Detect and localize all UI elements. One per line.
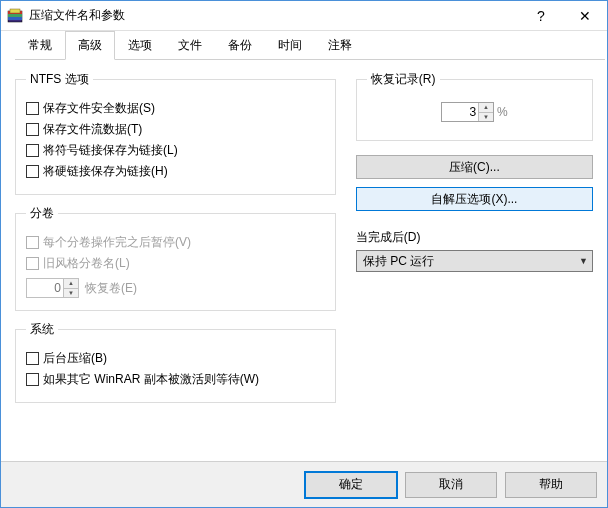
spinner-buttons[interactable]: ▲ ▼ <box>478 103 493 121</box>
volume-oldname-row: 旧风格分卷名(L) <box>26 253 325 274</box>
chevron-down-icon: ▼ <box>579 256 588 266</box>
ntfs-hardlink-label: 将硬链接保存为链接(H) <box>43 163 168 180</box>
app-icon <box>7 8 23 24</box>
recovery-volumes-label: 恢复卷(E) <box>85 280 137 297</box>
volume-oldname-label: 旧风格分卷名(L) <box>43 255 130 272</box>
dialog-footer: 确定 取消 帮助 <box>1 461 607 507</box>
spinner-up-icon: ▲ <box>64 279 78 289</box>
left-column: NTFS 选项 保存文件安全数据(S) 保存文件流数据(T) 将符号链接保存为链… <box>15 71 336 451</box>
system-group: 系统 后台压缩(B) 如果其它 WinRAR 副本被激活则等待(W) <box>15 321 336 403</box>
ntfs-security-row[interactable]: 保存文件安全数据(S) <box>26 98 325 119</box>
titlebar-buttons: ? ✕ <box>519 1 607 31</box>
ntfs-hardlink-row[interactable]: 将硬链接保存为链接(H) <box>26 161 325 182</box>
titlebar: 压缩文件名和参数 ? ✕ <box>1 1 607 31</box>
wait-other-winrar-row[interactable]: 如果其它 WinRAR 副本被激活则等待(W) <box>26 369 325 390</box>
help-button[interactable]: 帮助 <box>505 472 597 498</box>
ok-button[interactable]: 确定 <box>305 472 397 498</box>
content-area: NTFS 选项 保存文件安全数据(S) 保存文件流数据(T) 将符号链接保存为链… <box>1 61 607 461</box>
recovery-record-input[interactable] <box>442 103 478 121</box>
spinner-down-icon[interactable]: ▼ <box>479 113 493 122</box>
close-button[interactable]: ✕ <box>563 1 607 31</box>
cancel-button[interactable]: 取消 <box>405 472 497 498</box>
checkbox <box>26 236 39 249</box>
tab-comment[interactable]: 注释 <box>315 31 365 60</box>
recovery-volumes-row: ▲ ▼ 恢复卷(E) <box>26 278 325 298</box>
checkbox[interactable] <box>26 123 39 136</box>
recovery-volumes-spinner: ▲ ▼ <box>26 278 79 298</box>
ntfs-security-label: 保存文件安全数据(S) <box>43 100 155 117</box>
tab-advanced[interactable]: 高级 <box>65 31 115 60</box>
when-done-combo[interactable]: 保持 PC 运行 ▼ <box>356 250 593 272</box>
ntfs-symlink-row[interactable]: 将符号链接保存为链接(L) <box>26 140 325 161</box>
checkbox[interactable] <box>26 102 39 115</box>
tab-backup[interactable]: 备份 <box>215 31 265 60</box>
volumes-group: 分卷 每个分卷操作完之后暂停(V) 旧风格分卷名(L) ▲ ▼ <box>15 205 336 311</box>
right-column: 恢复记录(R) ▲ ▼ % 压缩(C)... 自解压选项(X)... 当完成后(… <box>356 71 593 451</box>
checkbox[interactable] <box>26 165 39 178</box>
background-compress-label: 后台压缩(B) <box>43 350 107 367</box>
help-button[interactable]: ? <box>519 1 563 31</box>
svg-rect-2 <box>8 14 22 17</box>
svg-rect-3 <box>8 17 22 20</box>
checkbox[interactable] <box>26 352 39 365</box>
volumes-legend: 分卷 <box>26 205 58 222</box>
ntfs-group: NTFS 选项 保存文件安全数据(S) 保存文件流数据(T) 将符号链接保存为链… <box>15 71 336 195</box>
ntfs-legend: NTFS 选项 <box>26 71 93 88</box>
compress-button[interactable]: 压缩(C)... <box>356 155 593 179</box>
spinner-down-icon: ▼ <box>64 289 78 298</box>
spinner-up-icon[interactable]: ▲ <box>479 103 493 113</box>
volume-pause-row: 每个分卷操作完之后暂停(V) <box>26 232 325 253</box>
recovery-volumes-input <box>27 279 63 297</box>
ntfs-symlink-label: 将符号链接保存为链接(L) <box>43 142 178 159</box>
checkbox[interactable] <box>26 144 39 157</box>
sfx-options-button[interactable]: 自解压选项(X)... <box>356 187 593 211</box>
tabbar: 常规 高级 选项 文件 备份 时间 注释 <box>1 31 607 61</box>
ntfs-streams-label: 保存文件流数据(T) <box>43 121 142 138</box>
svg-rect-4 <box>10 9 20 13</box>
wait-other-winrar-label: 如果其它 WinRAR 副本被激活则等待(W) <box>43 371 259 388</box>
ntfs-streams-row[interactable]: 保存文件流数据(T) <box>26 119 325 140</box>
volume-pause-label: 每个分卷操作完之后暂停(V) <box>43 234 191 251</box>
when-done-value: 保持 PC 运行 <box>363 253 434 270</box>
checkbox <box>26 257 39 270</box>
when-done-label: 当完成后(D) <box>356 229 593 246</box>
recovery-record-spinner[interactable]: ▲ ▼ <box>441 102 494 122</box>
system-legend: 系统 <box>26 321 58 338</box>
percent-label: % <box>497 105 508 119</box>
checkbox[interactable] <box>26 373 39 386</box>
recovery-value-row: ▲ ▼ % <box>367 98 582 128</box>
tab-general[interactable]: 常规 <box>15 31 65 60</box>
tab-time[interactable]: 时间 <box>265 31 315 60</box>
spinner-buttons: ▲ ▼ <box>63 279 78 297</box>
dialog-window: 压缩文件名和参数 ? ✕ 常规 高级 选项 文件 备份 时间 注释 NTFS 选… <box>0 0 608 508</box>
recovery-record-legend: 恢复记录(R) <box>367 71 440 88</box>
recovery-record-group: 恢复记录(R) ▲ ▼ % <box>356 71 593 141</box>
background-compress-row[interactable]: 后台压缩(B) <box>26 348 325 369</box>
tab-options[interactable]: 选项 <box>115 31 165 60</box>
tab-files[interactable]: 文件 <box>165 31 215 60</box>
window-title: 压缩文件名和参数 <box>29 7 519 24</box>
